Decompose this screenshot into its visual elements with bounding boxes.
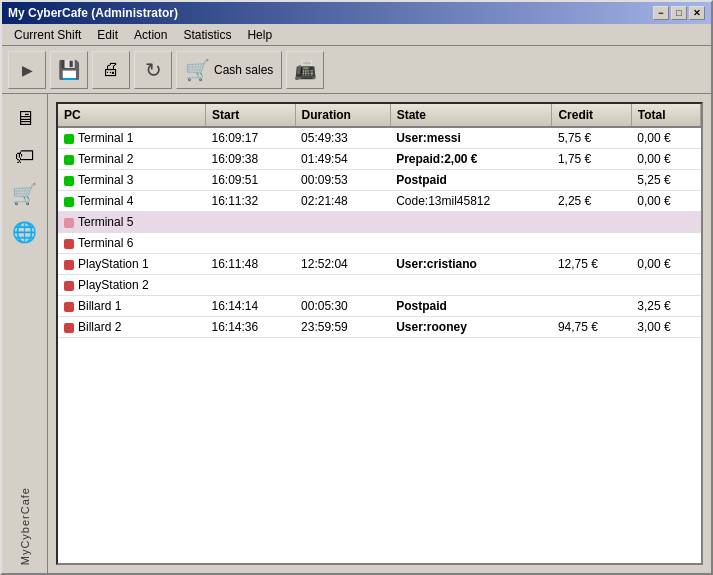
cell-duration: 12:52:04 — [295, 254, 390, 275]
col-start: Start — [206, 104, 296, 127]
main-area: 🖥 🏷 🛒 🌐 MyCyberCafe PC Start Duration — [2, 94, 711, 573]
cell-credit: 94,75 € — [552, 317, 631, 338]
cell-state: Prepaid:2,00 € — [390, 149, 552, 170]
table-row[interactable]: Billard 1 16:14:14 00:05:30 Postpaid 3,2… — [58, 296, 701, 317]
sidebar-tag-icon[interactable]: 🏷 — [9, 140, 41, 172]
cell-pc: Terminal 4 — [58, 191, 206, 212]
cell-start: 16:09:38 — [206, 149, 296, 170]
cell-start: 16:14:14 — [206, 296, 296, 317]
col-state: State — [390, 104, 552, 127]
sidebar-label: MyCyberCafe — [19, 479, 31, 565]
cell-pc: Terminal 5 — [58, 212, 206, 233]
status-dot — [64, 197, 74, 207]
cell-state: Postpaid — [390, 170, 552, 191]
status-dot — [64, 218, 74, 228]
table-header-row: PC Start Duration State Credit Total — [58, 104, 701, 127]
table-row[interactable]: Terminal 2 16:09:38 01:49:54 Prepaid:2,0… — [58, 149, 701, 170]
col-total: Total — [631, 104, 700, 127]
cell-start: 16:11:48 — [206, 254, 296, 275]
cell-total — [631, 233, 700, 254]
table-row[interactable]: Terminal 5 — [58, 212, 701, 233]
table-area: PC Start Duration State Credit Total Ter… — [56, 102, 703, 565]
cell-duration — [295, 212, 390, 233]
table-row[interactable]: PlayStation 1 16:11:48 12:52:04 User:cri… — [58, 254, 701, 275]
sidebar-globe-icon[interactable]: 🌐 — [9, 216, 41, 248]
menu-edit[interactable]: Edit — [89, 26, 126, 44]
print-button[interactable]: 🖨 — [92, 51, 130, 89]
cell-duration — [295, 275, 390, 296]
toolbar: 💾 🖨 🛒 Cash sales 📠 — [2, 46, 711, 94]
monitor-icon: 🖥 — [15, 107, 35, 130]
status-dot — [64, 239, 74, 249]
cell-start: 16:14:36 — [206, 317, 296, 338]
save-button[interactable]: 💾 — [50, 51, 88, 89]
cell-pc: Terminal 2 — [58, 149, 206, 170]
cash-sales-button[interactable]: 🛒 Cash sales — [176, 51, 282, 89]
refresh-button[interactable] — [134, 51, 172, 89]
refresh-icon — [145, 58, 162, 82]
cell-total: 0,00 € — [631, 254, 700, 275]
cell-pc: Billard 2 — [58, 317, 206, 338]
cell-credit — [552, 233, 631, 254]
cell-start: 16:11:32 — [206, 191, 296, 212]
save-icon: 💾 — [58, 59, 80, 81]
sidebar-cart-icon[interactable]: 🛒 — [9, 178, 41, 210]
cell-state: User:cristiano — [390, 254, 552, 275]
sidebar-monitor-icon[interactable]: 🖥 — [9, 102, 41, 134]
table-row[interactable]: Terminal 1 16:09:17 05:49:33 User:messi … — [58, 127, 701, 149]
table-row[interactable]: PlayStation 2 — [58, 275, 701, 296]
status-dot — [64, 323, 74, 333]
cell-pc: Terminal 1 — [58, 127, 206, 149]
cell-total: 0,00 € — [631, 149, 700, 170]
cell-start — [206, 233, 296, 254]
cell-total — [631, 212, 700, 233]
maximize-button[interactable]: □ — [671, 6, 687, 20]
status-dot — [64, 281, 74, 291]
menu-action[interactable]: Action — [126, 26, 175, 44]
tag-icon: 🏷 — [15, 145, 35, 168]
cell-state: User:rooney — [390, 317, 552, 338]
cell-credit: 1,75 € — [552, 149, 631, 170]
cell-pc: PlayStation 2 — [58, 275, 206, 296]
play-button[interactable] — [8, 51, 46, 89]
print-icon: 🖨 — [102, 59, 120, 80]
cell-state — [390, 275, 552, 296]
status-dot — [64, 155, 74, 165]
menu-help[interactable]: Help — [239, 26, 280, 44]
table-row[interactable]: Terminal 3 16:09:51 00:09:53 Postpaid 5,… — [58, 170, 701, 191]
col-credit: Credit — [552, 104, 631, 127]
cell-credit: 2,25 € — [552, 191, 631, 212]
cell-credit — [552, 275, 631, 296]
close-button[interactable]: ✕ — [689, 6, 705, 20]
cell-state — [390, 233, 552, 254]
cell-duration: 05:49:33 — [295, 127, 390, 149]
status-dot — [64, 302, 74, 312]
col-duration: Duration — [295, 104, 390, 127]
cell-duration: 00:09:53 — [295, 170, 390, 191]
title-bar: My CyberCafe (Administrator) − □ ✕ — [2, 2, 711, 24]
cell-pc: PlayStation 1 — [58, 254, 206, 275]
menu-bar: Current Shift Edit Action Statistics Hel… — [2, 24, 711, 46]
cell-state: Postpaid — [390, 296, 552, 317]
col-pc: PC — [58, 104, 206, 127]
cell-credit — [552, 296, 631, 317]
register-button[interactable]: 📠 — [286, 51, 324, 89]
cell-duration: 23:59:59 — [295, 317, 390, 338]
window-title: My CyberCafe (Administrator) — [8, 6, 178, 20]
menu-statistics[interactable]: Statistics — [175, 26, 239, 44]
play-icon — [22, 59, 33, 80]
status-dot — [64, 176, 74, 186]
menu-current-shift[interactable]: Current Shift — [6, 26, 89, 44]
cell-state: User:messi — [390, 127, 552, 149]
cell-duration: 00:05:30 — [295, 296, 390, 317]
status-dot — [64, 134, 74, 144]
table-row[interactable]: Billard 2 16:14:36 23:59:59 User:rooney … — [58, 317, 701, 338]
cash-sales-icon: 🛒 — [185, 58, 210, 82]
table-row[interactable]: Terminal 6 — [58, 233, 701, 254]
table-row[interactable]: Terminal 4 16:11:32 02:21:48 Code:13mil4… — [58, 191, 701, 212]
cell-credit — [552, 170, 631, 191]
minimize-button[interactable]: − — [653, 6, 669, 20]
cell-total: 0,00 € — [631, 191, 700, 212]
globe-icon: 🌐 — [12, 220, 37, 244]
cell-duration: 01:49:54 — [295, 149, 390, 170]
